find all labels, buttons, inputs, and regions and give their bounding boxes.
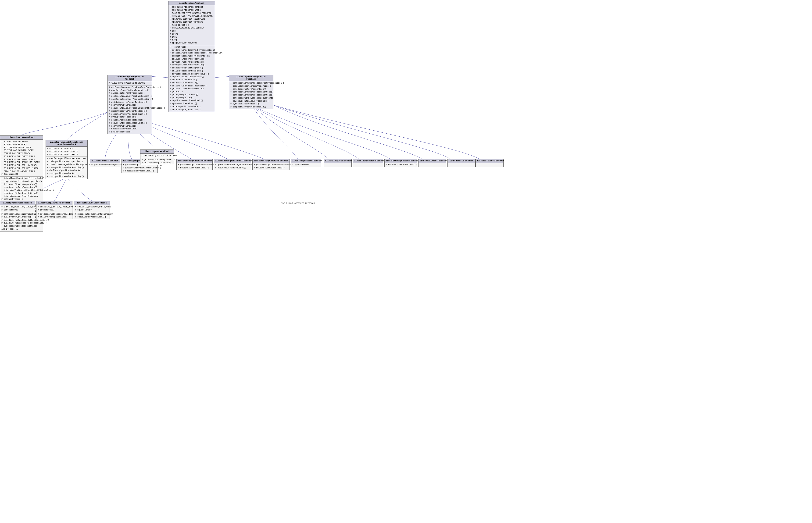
class-fields: + SPECIFIC_QUESTION_TABLE_NAME # $questi… [74,205,110,212]
class-methods: # buildAnswerOptionLabel() [385,163,417,167]
class-methods: # getSpecificQuestionTableName() # build… [74,212,110,219]
class-header: ilAssMultipleChoiceFeedback [36,201,72,205]
class-methods: + getAnswerOptionsByAnswerIndex() # buil… [214,163,251,170]
class-methods [476,163,503,167]
class-ilAssConfigurableMultiOptionQuestionFeedback: ilAssConfigurableMultiOptionQuestionFeed… [46,140,88,179]
class-ilAssFileUploadFeedback: ilAssFileUploadFeedback [324,159,352,167]
class-fields: + TABLE_NAME_SPECIFIC_FEEDBACK [108,81,152,86]
class-methods: + getAnswerOptionsByAnswerIndex() # buil… [177,163,212,170]
class-header: ilAssSingleChoiceFeedback [74,201,110,205]
class-methods: + getSpecificAnswerFeedbackTestPresentat… [229,81,273,109]
class-header: ilAssMultiOptionQuestionFeedback [108,75,152,81]
class-fields: # $questionOBJ [291,163,321,167]
class-fields: + SPECIFIC_QUESTION_TABLE_NAME # $questi… [0,205,35,212]
class-methods: + getAnswerOptionsByAnswerIndex(index) #… [252,163,289,170]
class-methods: + completeSpecificFormProperties() + ini… [46,157,87,178]
class-ilAssMatchingQuestionFeedback: ilAssMatchingQuestionFeedback + getAnswe… [176,159,213,170]
class-ilAssOrderingHorizontalFeedback: ilAssOrderingHorizontalFeedback + getAns… [214,159,251,170]
class-fields: + SPECIFIC_QUESTION_TABLE_NAME # $questi… [36,205,72,212]
class-header: ilAssNumericFeedback [448,159,475,163]
class-ilAssSingleChoiceFeedback: ilAssSingleChoiceFeedback + SPECIFIC_QUE… [74,201,110,219]
table-name-specific-feedback-label: TABLE NAME SPECIFIC FEEDBACK [281,202,315,205]
class-header: ilAssMatchingQuestionFeedback [177,159,212,163]
class-methods: + getSpecificAnswerFeedbackTestPresentat… [108,86,152,134]
class-methods: + getAnswerOptionsByAnswerIndex() # buil… [140,158,174,165]
class-methods [419,163,446,167]
class-header: ilAssCloseTestFeedback [0,136,43,140]
class-fields: + FEEDBACK_SETTING_ALL + FEEDBACK_SETTIN… [46,147,87,157]
class-fields: + CSS_CLASS_FEEDBACK_CORRECT + CSS_CLASS… [169,5,215,45]
class-header: ilAssQuestionFeedback [169,1,215,5]
class-methods: + getAnswerOptionsByAnswerIndex() [90,163,120,167]
class-methods: # getSpecificQuestionTableName() # build… [0,212,35,219]
class-ilAssTextQuestionFeedback: ilAssTextQuestionFeedback # $questionOBJ [291,159,321,167]
class-methods: + __construct() + getGenericFeedbackText… [169,45,215,112]
class-header: ilAssFormulaQuestionFeedback [385,159,417,163]
class-header: ilAssKprimChoiceFeedback [0,201,35,205]
class-header: ilAssOrderingQuestionFeedback [252,159,289,163]
diagram-container: ilAssQuestionFeedback + CSS_CLASS_FEEDBA… [0,0,812,523]
class-ilAssFormulaQuestionFeedback: ilAssFormulaQuestionFeedback # buildAnsw… [384,159,417,167]
class-methods [448,163,475,167]
class-ilAssMultiOptionQuestionFeedback: ilAssMultiOptionQuestionFeedback + TABLE… [107,75,152,134]
class-header: ilAssLongMenuFeedback [140,150,174,154]
class-ilAssErrorTextFeedback: ilAssErrorTextFeedback + getAnswerOption… [90,159,120,167]
class-header: ilAssFileUploadFeedback [324,159,351,163]
class-ilAssTextSubsetFeedback: ilAssTextSubsetFeedback [476,159,504,167]
class-ilAssOrderingQuestionFeedback: ilAssOrderingQuestionFeedback + getAnswe… [252,159,290,170]
class-ilAssLongMenuFeedback: ilAssLongMenuFeedback + SPECIFIC_QUESTIO… [140,149,174,165]
class-ilAssMultipleChoiceFeedback: ilAssMultipleChoiceFeedback + SPECIFIC_Q… [36,201,72,219]
class-methods: # getSpecificQuestionTableName() # build… [36,212,72,219]
class-header: ilAssConfigurableMultiOptionQuestionFeed… [46,140,87,147]
class-fields: + FB_MODE_GAP_QUESTION + FB_MODE_GAP_ANS… [0,140,43,177]
class-methods [324,163,351,167]
class-header: ilAssTextSubsetFeedback [476,159,503,163]
class-ilAssFlashQuestionFeedback: ilAssFlashQuestionFeedback [353,159,383,167]
class-header: ilAssOrderingHorizontalFeedback [214,159,251,163]
class-ilAssQuestionFeedback: ilAssQuestionFeedback + CSS_CLASS_FEEDBA… [168,1,215,112]
class-header: ilAssFlashQuestionFeedback [353,159,383,163]
class-fields: + SPECIFIC_QUESTION_TABLE_NAME [140,154,174,158]
class-ilAssJavaAppletFeedback: ilAssJavaAppletFeedback [418,159,446,167]
class-header: ilAssTextQuestionFeedback [291,159,321,163]
class-header: ilAssSingleOptionQuestionFeedback [229,75,273,81]
class-ilAssSingleOptionQuestionFeedback: ilAssSingleOptionQuestionFeedback + getS… [229,75,273,109]
class-ilAssKprimChoiceFeedback: ilAssKprimChoiceFeedback + SPECIFIC_QUES… [0,201,35,219]
class-header: ilAssJavaAppletFeedback [419,159,446,163]
class-header: ilAssErrorTextFeedback [90,159,120,163]
class-ilAssNumericFeedback: ilAssNumericFeedback [447,159,476,167]
class-methods [353,163,383,167]
